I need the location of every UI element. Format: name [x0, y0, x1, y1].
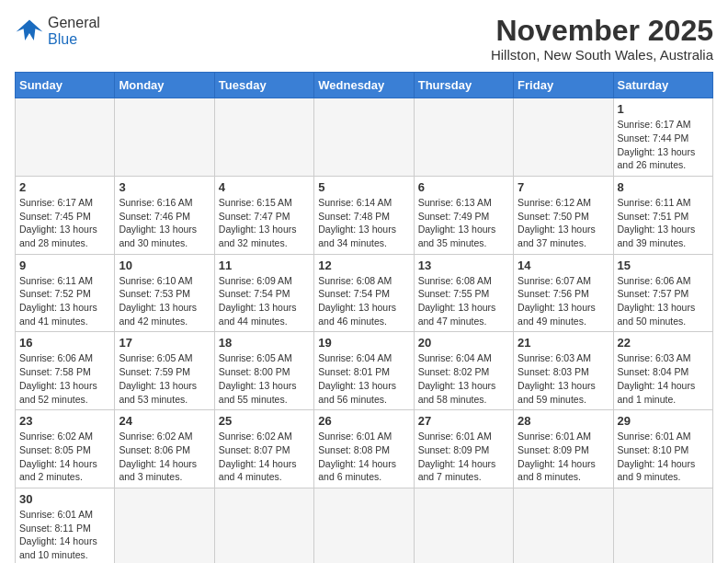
title-block: November 2025 Hillston, New South Wales,… — [491, 15, 713, 63]
calendar-cell — [514, 98, 613, 177]
day-info: Sunrise: 6:14 AMSunset: 7:48 PMDaylight:… — [318, 196, 409, 250]
calendar-cell: 27Sunrise: 6:01 AMSunset: 8:09 PMDayligh… — [414, 410, 513, 488]
calendar-cell: 21Sunrise: 6:03 AMSunset: 8:03 PMDayligh… — [514, 332, 613, 410]
calendar-table: SundayMondayTuesdayWednesdayThursdayFrid… — [15, 72, 713, 563]
page-header: General Blue November 2025 Hillston, New… — [15, 15, 713, 63]
calendar-cell: 25Sunrise: 6:02 AMSunset: 8:07 PMDayligh… — [214, 410, 313, 488]
day-info: Sunrise: 6:02 AMSunset: 8:06 PMDaylight:… — [119, 430, 210, 484]
calendar-cell — [115, 98, 214, 177]
calendar-cell: 10Sunrise: 6:10 AMSunset: 7:53 PMDayligh… — [115, 254, 214, 332]
day-info: Sunrise: 6:06 AMSunset: 7:58 PMDaylight:… — [19, 351, 110, 406]
day-info: Sunrise: 6:04 AMSunset: 8:02 PMDaylight:… — [418, 351, 509, 406]
calendar-cell: 13Sunrise: 6:08 AMSunset: 7:55 PMDayligh… — [414, 254, 513, 332]
calendar-cell: 14Sunrise: 6:07 AMSunset: 7:56 PMDayligh… — [514, 254, 613, 332]
day-info: Sunrise: 6:09 AMSunset: 7:54 PMDaylight:… — [219, 274, 310, 328]
calendar-cell: 1Sunrise: 6:17 AMSunset: 7:44 PMDaylight… — [613, 98, 712, 177]
day-info: Sunrise: 6:10 AMSunset: 7:53 PMDaylight:… — [119, 274, 210, 328]
calendar-header: SundayMondayTuesdayWednesdayThursdayFrid… — [16, 73, 713, 98]
day-header-friday: Friday — [514, 73, 613, 98]
calendar-cell: 30Sunrise: 6:01 AMSunset: 8:11 PMDayligh… — [16, 488, 115, 563]
day-number: 22 — [618, 336, 709, 350]
day-info: Sunrise: 6:03 AMSunset: 8:04 PMDaylight:… — [618, 351, 709, 406]
calendar-cell: 9Sunrise: 6:11 AMSunset: 7:52 PMDaylight… — [16, 254, 115, 332]
day-number: 9 — [19, 259, 110, 272]
day-info: Sunrise: 6:07 AMSunset: 7:56 PMDaylight:… — [518, 274, 609, 328]
calendar-cell: 12Sunrise: 6:08 AMSunset: 7:54 PMDayligh… — [314, 254, 414, 332]
calendar-cell: 16Sunrise: 6:06 AMSunset: 7:58 PMDayligh… — [16, 332, 115, 410]
day-info: Sunrise: 6:08 AMSunset: 7:54 PMDaylight:… — [318, 274, 409, 328]
day-info: Sunrise: 6:06 AMSunset: 7:57 PMDaylight:… — [618, 274, 709, 328]
day-info: Sunrise: 6:15 AMSunset: 7:47 PMDaylight:… — [219, 196, 310, 250]
calendar-cell: 5Sunrise: 6:14 AMSunset: 7:48 PMDaylight… — [314, 176, 414, 254]
calendar-week-2: 2Sunrise: 6:17 AMSunset: 7:45 PMDaylight… — [16, 176, 713, 254]
calendar-cell: 17Sunrise: 6:05 AMSunset: 7:59 PMDayligh… — [115, 332, 214, 410]
calendar-cell: 24Sunrise: 6:02 AMSunset: 8:06 PMDayligh… — [115, 410, 214, 488]
day-info: Sunrise: 6:13 AMSunset: 7:49 PMDaylight:… — [418, 196, 509, 250]
calendar-week-3: 9Sunrise: 6:11 AMSunset: 7:52 PMDaylight… — [16, 254, 713, 332]
day-number: 7 — [518, 180, 609, 194]
calendar-cell: 4Sunrise: 6:15 AMSunset: 7:47 PMDaylight… — [214, 176, 313, 254]
calendar-cell: 6Sunrise: 6:13 AMSunset: 7:49 PMDaylight… — [414, 176, 513, 254]
day-number: 12 — [318, 259, 409, 272]
calendar-cell: 2Sunrise: 6:17 AMSunset: 7:45 PMDaylight… — [16, 176, 115, 254]
calendar-cell — [514, 488, 613, 563]
day-number: 18 — [219, 336, 310, 350]
calendar-cell: 19Sunrise: 6:04 AMSunset: 8:01 PMDayligh… — [314, 332, 414, 410]
day-number: 23 — [19, 414, 110, 428]
svg-marker-0 — [17, 19, 43, 40]
day-info: Sunrise: 6:01 AMSunset: 8:09 PMDaylight:… — [518, 430, 609, 484]
day-header-sunday: Sunday — [16, 73, 115, 98]
day-number: 6 — [418, 180, 509, 194]
day-number: 2 — [19, 180, 110, 194]
day-info: Sunrise: 6:02 AMSunset: 8:05 PMDaylight:… — [19, 430, 110, 484]
day-number: 28 — [518, 414, 609, 428]
calendar-cell: 22Sunrise: 6:03 AMSunset: 8:04 PMDayligh… — [613, 332, 712, 410]
day-info: Sunrise: 6:16 AMSunset: 7:46 PMDaylight:… — [119, 196, 210, 250]
logo-icon — [15, 18, 44, 44]
day-number: 17 — [119, 336, 210, 350]
day-info: Sunrise: 6:05 AMSunset: 7:59 PMDaylight:… — [119, 351, 210, 406]
day-header-monday: Monday — [115, 73, 214, 98]
day-header-tuesday: Tuesday — [214, 73, 313, 98]
day-info: Sunrise: 6:11 AMSunset: 7:51 PMDaylight:… — [618, 196, 709, 250]
day-number: 3 — [119, 180, 210, 194]
day-info: Sunrise: 6:03 AMSunset: 8:03 PMDaylight:… — [518, 351, 609, 406]
day-number: 5 — [318, 180, 409, 194]
calendar-cell — [314, 488, 414, 563]
day-number: 19 — [318, 336, 409, 350]
calendar-cell: 20Sunrise: 6:04 AMSunset: 8:02 PMDayligh… — [414, 332, 513, 410]
calendar-week-4: 16Sunrise: 6:06 AMSunset: 7:58 PMDayligh… — [16, 332, 713, 410]
day-info: Sunrise: 6:02 AMSunset: 8:07 PMDaylight:… — [219, 430, 310, 484]
calendar-cell — [115, 488, 214, 563]
day-number: 24 — [119, 414, 210, 428]
day-number: 27 — [418, 414, 509, 428]
day-info: Sunrise: 6:11 AMSunset: 7:52 PMDaylight:… — [19, 274, 110, 328]
day-info: Sunrise: 6:01 AMSunset: 8:09 PMDaylight:… — [418, 430, 509, 484]
day-number: 30 — [19, 492, 110, 506]
calendar-cell: 29Sunrise: 6:01 AMSunset: 8:10 PMDayligh… — [613, 410, 712, 488]
calendar-week-1: 1Sunrise: 6:17 AMSunset: 7:44 PMDaylight… — [16, 98, 713, 177]
day-header-saturday: Saturday — [613, 73, 712, 98]
calendar-cell: 7Sunrise: 6:12 AMSunset: 7:50 PMDaylight… — [514, 176, 613, 254]
day-header-thursday: Thursday — [414, 73, 513, 98]
day-info: Sunrise: 6:04 AMSunset: 8:01 PMDaylight:… — [318, 351, 409, 406]
calendar-cell: 23Sunrise: 6:02 AMSunset: 8:05 PMDayligh… — [16, 410, 115, 488]
day-info: Sunrise: 6:01 AMSunset: 8:08 PMDaylight:… — [318, 430, 409, 484]
day-info: Sunrise: 6:12 AMSunset: 7:50 PMDaylight:… — [518, 196, 609, 250]
day-number: 1 — [618, 102, 709, 116]
day-number: 11 — [219, 259, 310, 272]
calendar-cell — [414, 98, 513, 177]
day-info: Sunrise: 6:17 AMSunset: 7:45 PMDaylight:… — [19, 196, 110, 250]
calendar-cell: 3Sunrise: 6:16 AMSunset: 7:46 PMDaylight… — [115, 176, 214, 254]
day-number: 14 — [518, 259, 609, 272]
day-number: 29 — [618, 414, 709, 428]
calendar-week-6: 30Sunrise: 6:01 AMSunset: 8:11 PMDayligh… — [16, 488, 713, 563]
day-info: Sunrise: 6:05 AMSunset: 8:00 PMDaylight:… — [219, 351, 310, 406]
day-info: Sunrise: 6:17 AMSunset: 7:44 PMDaylight:… — [618, 118, 709, 172]
calendar-cell: 18Sunrise: 6:05 AMSunset: 8:00 PMDayligh… — [214, 332, 313, 410]
day-info: Sunrise: 6:08 AMSunset: 7:55 PMDaylight:… — [418, 274, 509, 328]
day-number: 13 — [418, 259, 509, 272]
day-number: 8 — [618, 180, 709, 194]
calendar-week-5: 23Sunrise: 6:02 AMSunset: 8:05 PMDayligh… — [16, 410, 713, 488]
logo: General Blue — [15, 15, 100, 47]
